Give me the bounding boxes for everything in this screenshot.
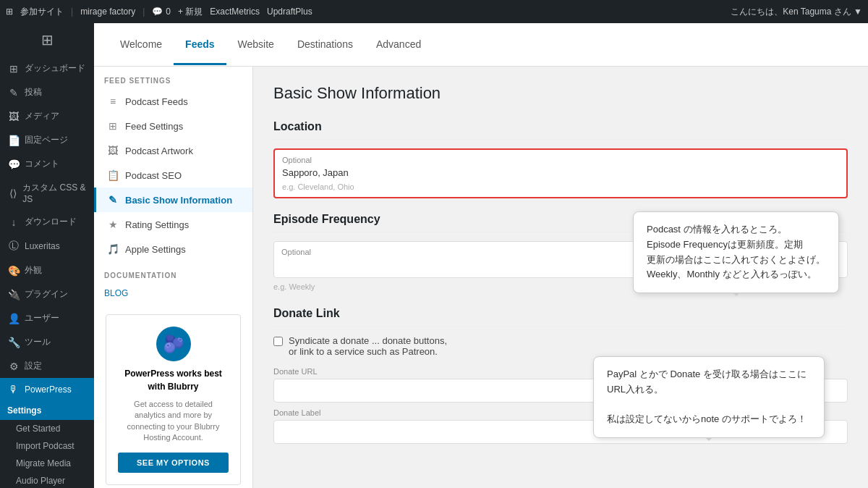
tooltip-balloon-2: PayPal とかで Donate を受け取る場合はここにURL入れる。 私は設…	[593, 356, 825, 438]
feed-nav-podcast-seo[interactable]: 📋 Podcast SEO	[94, 163, 252, 188]
podcast-feeds-icon: ≡	[106, 96, 119, 107]
sidebar-item-plugins[interactable]: 🔌 プラグイン	[0, 282, 94, 306]
custom-css-icon: ⟨⟩	[7, 188, 18, 199]
feed-nav-feed-settings[interactable]: ⊞ Feed Settings	[94, 114, 252, 138]
tab-feeds[interactable]: Feeds	[174, 25, 226, 65]
feed-settings-label: FEED SETTINGS	[94, 67, 252, 89]
donate-checkbox[interactable]	[273, 337, 283, 346]
feed-nav-rating-settings[interactable]: ★ Rating Settings	[94, 212, 252, 237]
sidebar-label-custom-css: カスタム CSS & JS	[22, 182, 87, 204]
comment-link[interactable]: 💬 0	[152, 7, 171, 17]
exactmetrics-link[interactable]: ExactMetrics	[210, 7, 260, 17]
feed-nav-apple-settings[interactable]: 🎵 Apple Settings	[94, 237, 252, 261]
wp-logo-icon: ⊞	[41, 31, 54, 49]
page-title: Basic Show Information	[273, 84, 848, 103]
sidebar-item-powerpress[interactable]: 🎙 PowerPress	[0, 378, 94, 401]
location-field-group: Optional e.g. Cleveland, Ohio	[273, 148, 848, 198]
sidebar-item-users[interactable]: 👤 ユーザー	[0, 306, 94, 330]
settings-subnav-label: Settings	[7, 405, 41, 416]
promo-box: 🫐 PowerPress works best with Blubrry Get…	[106, 314, 241, 485]
sidebar-label-media: メディア	[25, 110, 59, 122]
sidebar-label-plugins: プラグイン	[25, 288, 68, 300]
donate-checkbox-row: Syndicate a donate ... donate buttons, o…	[273, 335, 848, 357]
powerpress-icon: 🎙	[7, 384, 20, 395]
sidebar-label-powerpress: PowerPress	[25, 384, 72, 395]
sidebar: ⊞ ⊞ ダッシュボード ✎ 投稿 🖼 メディア 📄 固定ページ 💬 コメント ⟨…	[0, 23, 94, 488]
plugins-icon: 🔌	[7, 289, 20, 300]
sidebar-subitem-get-started[interactable]: Get Started	[0, 420, 94, 437]
sidebar-label-comments: コメント	[25, 158, 59, 170]
main: Welcome Feeds Website Destinations Advan…	[94, 23, 868, 488]
sidebar-item-downloads[interactable]: ↓ ダウンロード	[0, 210, 94, 234]
tab-destinations[interactable]: Destinations	[286, 25, 365, 65]
sidebar-item-tools[interactable]: 🔧 ツール	[0, 330, 94, 354]
admin-bar: ⊞ 参加サイト | mirage factory | 💬 0 + 新規 Exac…	[0, 0, 868, 23]
promo-button[interactable]: SEE MY OPTIONS	[118, 453, 229, 473]
sidebar-label-posts: 投稿	[25, 86, 42, 98]
admin-bar-left: ⊞ 参加サイト | mirage factory | 💬 0 + 新規 Exac…	[6, 6, 722, 18]
sidebar-item-appearance[interactable]: 🎨 外観	[0, 258, 94, 282]
location-floating-label: Optional	[282, 156, 839, 164]
doc-label: DOCUMENTATION	[94, 261, 252, 284]
new-link[interactable]: + 新規	[178, 6, 203, 18]
feed-nav-podcast-feeds[interactable]: ≡ Podcast Feeds	[94, 89, 252, 114]
luxeritas-icon: Ⓛ	[7, 240, 20, 253]
layout: ⊞ ⊞ ダッシュボード ✎ 投稿 🖼 メディア 📄 固定ページ 💬 コメント ⟨…	[0, 23, 868, 488]
tab-nav: Welcome Feeds Website Destinations Advan…	[94, 23, 868, 67]
tab-website[interactable]: Website	[226, 25, 286, 65]
wp-logo[interactable]: ⊞	[6, 7, 13, 17]
sidebar-item-custom-css[interactable]: ⟨⟩ カスタム CSS & JS	[0, 176, 94, 210]
tooltip-balloon-1: Podcast の情報を入れるところ。 Episode Frequencyは更新…	[633, 211, 839, 293]
tab-advanced[interactable]: Advanced	[365, 25, 433, 65]
feed-settings-icon: ⊞	[106, 120, 119, 132]
factory-name[interactable]: mirage factory	[80, 7, 135, 17]
admin-bar-right: こんにちは、Ken Taguma さん ▼	[731, 6, 862, 18]
podcast-seo-icon: 📋	[106, 169, 119, 181]
location-placeholder: e.g. Cleveland, Ohio	[282, 182, 839, 191]
greeting-text[interactable]: こんにちは、Ken Taguma さん ▼	[731, 7, 862, 17]
sidebar-item-pages[interactable]: 📄 固定ページ	[0, 128, 94, 152]
apple-settings-icon: 🎵	[106, 243, 119, 255]
downloads-icon: ↓	[7, 216, 20, 228]
main-panel: Basic Show Information Location Optional…	[253, 67, 868, 488]
donate-checkbox-label: Syndicate a donate ... donate buttons, o…	[289, 335, 447, 357]
tools-icon: 🔧	[7, 337, 20, 348]
sidebar-item-settings[interactable]: ⚙ 設定	[0, 354, 94, 378]
feed-nav-basic-show-info[interactable]: ✎ Basic Show Information	[94, 188, 252, 212]
sidebar-label-luxeritas: Luxeritas	[25, 241, 60, 251]
sidebar-label-appearance: 外観	[25, 264, 42, 277]
settings-icon: ⚙	[7, 361, 20, 372]
promo-headline: PowerPress works best with Blubrry	[118, 367, 229, 393]
site-name-link[interactable]: 参加サイト	[20, 6, 64, 18]
sidebar-item-comments[interactable]: 💬 コメント	[0, 152, 94, 176]
updraftplus-link[interactable]: UpdraftPlus	[267, 7, 312, 17]
sidebar-subitem-audio-player[interactable]: Audio Player	[0, 472, 94, 488]
sidebar-item-dashboard[interactable]: ⊞ ダッシュボード	[0, 56, 94, 80]
sidebar-label-tools: ツール	[25, 336, 51, 348]
rating-settings-icon: ★	[106, 219, 119, 230]
settings-subnav: Settings	[0, 401, 94, 420]
sidebar-label-pages: 固定ページ	[25, 134, 68, 146]
sidebar-item-posts[interactable]: ✎ 投稿	[0, 80, 94, 104]
blog-link[interactable]: BLOG	[94, 284, 252, 303]
location-input[interactable]	[282, 166, 839, 180]
location-field-wrapper: Optional e.g. Cleveland, Ohio	[273, 148, 848, 198]
promo-logo-icon: 🫐	[163, 334, 184, 354]
media-icon: 🖼	[7, 111, 20, 122]
sidebar-subitem-migrate-media[interactable]: Migrate Media	[0, 455, 94, 472]
tooltip-text-1: Podcast の情報を入れるところ。 Episode Frequencyは更新…	[647, 224, 825, 279]
promo-logo: 🫐	[156, 327, 191, 361]
sidebar-item-media[interactable]: 🖼 メディア	[0, 104, 94, 128]
tab-welcome[interactable]: Welcome	[109, 25, 174, 65]
promo-body: Get access to detailed analytics and mor…	[118, 399, 229, 444]
basic-show-info-icon: ✎	[106, 194, 119, 206]
sidebar-subitem-import-podcast[interactable]: Import Podcast	[0, 437, 94, 455]
sidebar-label-downloads: ダウンロード	[25, 216, 77, 228]
wp-logo-sidebar: ⊞	[0, 23, 94, 56]
comments-icon: 💬	[7, 159, 20, 170]
feed-nav-podcast-artwork[interactable]: 🖼 Podcast Artwork	[94, 138, 252, 163]
sidebar-item-luxeritas[interactable]: Ⓛ Luxeritas	[0, 234, 94, 258]
sidebar-label-dashboard: ダッシュボード	[25, 62, 85, 75]
posts-icon: ✎	[7, 87, 20, 98]
donate-link-section-label: Donate Link	[273, 307, 848, 327]
